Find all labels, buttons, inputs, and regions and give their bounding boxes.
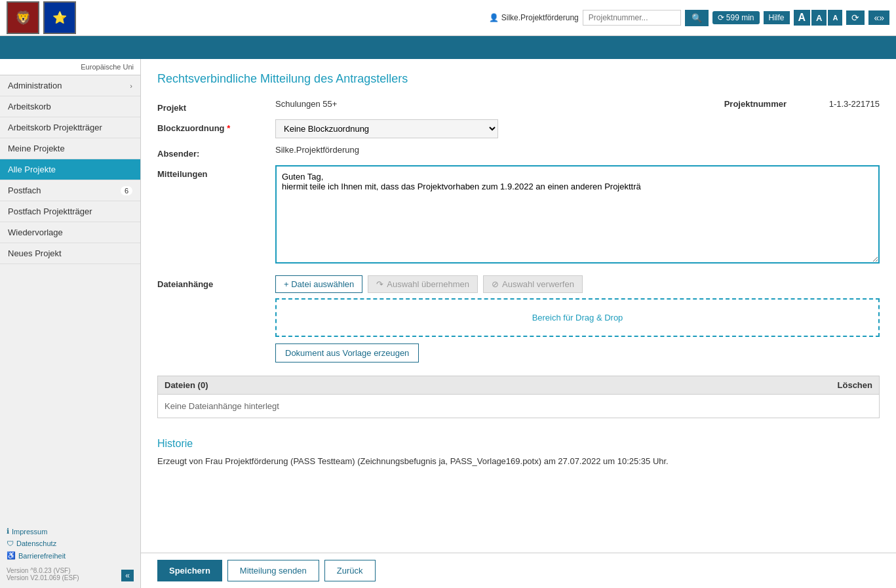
ban-icon: ⊘ [492,279,499,289]
projekt-label: Projekt [157,103,186,113]
version1: Version ^8.0.23 (VSF) [7,567,79,574]
projektnummer-label: Projektnummer [724,99,787,109]
header: 🦁 ⭐ 👤 Silke.Projektförderung 🔍 ⟳ 599 min… [0,0,896,36]
historie-title: Historie [157,438,880,450]
blockzuordnung-label: Blockzuordnung [157,123,225,133]
mitteilung-senden-button[interactable]: Mitteilung senden [227,560,319,581]
mitteilungen-label: Mitteilungen [157,169,208,179]
auswahl-uebernehmen-button[interactable]: ↷ Auswahl übernehmen [368,275,478,293]
files-header: Dateien (0) Löschen [157,376,880,394]
main-layout: Europäische Uni Administration › Arbeits… [0,59,896,588]
sidebar-item-label: Arbeitskorb Projektträger [8,123,102,132]
version2: Version V2.01.069 (ESF) [7,574,79,581]
historie-text: Erzeugt von Frau Projektförderung (PASS … [157,456,880,466]
user-icon: 👤 [489,13,499,22]
sidebar-item-label: Postfach Projektträger [8,206,92,216]
font-medium-button[interactable]: A [811,10,827,26]
chevron-right-icon: › [130,82,132,90]
font-small-button[interactable]: A [828,10,842,26]
sidebar: Europäische Uni Administration › Arbeits… [0,59,141,588]
absender-label: Absender: [157,149,199,159]
auswahl-verwerfen-button[interactable]: ⊘ Auswahl verwerfen [483,275,583,293]
sidebar-item-neues-projekt[interactable]: Neues Projekt [0,243,140,264]
font-size-controls: A A A [794,10,843,26]
shield-icon: 🛡 [7,539,14,547]
projekt-value: Schulungen 55+ [275,99,337,109]
files-body: Keine Dateianhänge hinterlegt [157,394,880,418]
datenschutz-label: Datenschutz [16,539,56,547]
timer-icon: ⟳ [718,13,724,22]
drag-drop-text: Bereich für Drag & Drop [532,313,623,323]
datenschutz-link[interactable]: 🛡 Datenschutz [7,538,134,549]
font-large-button[interactable]: A [794,10,811,26]
sidebar-item-arbeitskorb[interactable]: Arbeitskorb [0,96,140,117]
sidebar-logo: Europäische Uni [0,59,140,75]
version-info: Version ^8.0.23 (VSF) Version V2.01.069 … [7,567,134,581]
speichern-button[interactable]: Speichern [157,560,222,581]
sidebar-logo-text: Europäische Uni [81,63,134,71]
dokument-erzeugen-button[interactable]: Dokument aus Vorlage erzeugen [275,343,419,363]
sidebar-item-label: Wiedervorlage [8,227,63,237]
impressum-link[interactable]: ℹ Impressum [7,525,134,538]
user-info: 👤 Silke.Projektförderung [489,13,579,22]
project-search-input[interactable] [583,10,681,26]
sidebar-item-label: Neues Projekt [8,248,62,258]
blockzuordnung-select[interactable]: Keine Blockzuordnung [275,119,498,138]
sidebar-item-wiedervorlage[interactable]: Wiedervorlage [0,222,140,243]
files-section: Dateien (0) Löschen Keine Dateianhänge h… [157,376,880,418]
help-button[interactable]: Hilfe [764,11,790,24]
files-empty-message: Keine Dateianhänge hinterlegt [165,401,279,411]
reload-button[interactable]: ⟳ [846,10,865,25]
sidebar-item-label: Alle Projekte [8,165,56,174]
sidebar-item-postfach-projekttraeger[interactable]: Postfach Projektträger [0,201,140,222]
timer-badge: ⟳ 599 min [712,11,760,24]
sidebar-item-meine-projekte[interactable]: Meine Projekte [0,138,140,159]
eu-flag-icon: ⭐ [43,1,76,34]
dateianhange-row: Dateianhänge + Datei auswählen ↷ Auswahl… [157,275,880,363]
page-title: Rechtsverbindliche Mitteilung des Antrag… [157,72,880,86]
search-button[interactable]: 🔍 [685,10,709,26]
main-content: Rechtsverbindliche Mitteilung des Antrag… [141,59,896,553]
historie-section: Historie Erzeugt von Frau Projektförderu… [157,438,880,466]
bottom-bar: Speichern Mitteilung senden Zurück [141,553,896,588]
postfach-badge: 6 [121,186,132,195]
sidebar-item-administration[interactable]: Administration › [0,75,140,96]
dateianhange-label: Dateianhänge [157,279,213,289]
navigation-arrows-button[interactable]: «» [868,10,889,25]
blockzuordnung-row: Blockzuordnung * Keine Blockzuordnung [157,119,880,138]
timer-value: 599 min [726,13,754,22]
sidebar-item-label: Arbeitskorb [8,102,51,111]
sidebar-item-label: Administration [8,81,62,90]
sidebar-item-alle-projekte[interactable]: Alle Projekte [0,159,140,180]
projektnummer-value: 1-1.3-221715 [829,99,880,109]
impressum-label: Impressum [12,528,47,536]
info-icon: ℹ [7,527,9,536]
required-indicator: * [227,123,230,133]
datei-waehlen-button[interactable]: + Datei auswählen [275,275,362,293]
absender-row: Absender: Silke.Projektförderung [157,145,880,159]
sidebar-item-postfach[interactable]: Postfach 6 [0,180,140,201]
absender-value: Silke.Projektförderung [275,145,359,155]
username: Silke.Projektförderung [501,13,579,22]
logo-area: 🦁 ⭐ [7,1,76,34]
zuruck-button[interactable]: Zurück [324,560,376,581]
mitteilungen-textarea[interactable] [275,165,880,264]
sidebar-footer: ℹ Impressum 🛡 Datenschutz ♿ Barrierefrei… [0,519,140,588]
file-buttons: + Datei auswählen ↷ Auswahl übernehmen ⊘… [275,275,880,293]
header-controls: 👤 Silke.Projektförderung 🔍 ⟳ 599 min Hil… [489,10,889,26]
projekt-row: Projekt Schulungen 55+ Projektnummer 1-1… [157,99,880,113]
sidebar-item-arbeitskorb-projekttraeger[interactable]: Arbeitskorb Projektträger [0,117,140,138]
loeschen-label: Löschen [838,380,872,390]
sidebar-collapse-button[interactable]: « [121,570,134,581]
barrierefreiheit-label: Barrierefreiheit [18,552,66,560]
mitteilungen-row: Mitteilungen [157,165,880,265]
barrierefreiheit-link[interactable]: ♿ Barrierefreiheit [7,549,134,562]
sidebar-item-label: Meine Projekte [8,144,65,153]
coat-of-arms-icon: 🦁 [7,1,39,34]
accessibility-icon: ♿ [7,551,16,560]
nav-bar [0,36,896,59]
drag-drop-area[interactable]: Bereich für Drag & Drop [275,298,880,337]
files-count: Dateien (0) [165,380,208,390]
arrow-right-icon: ↷ [376,279,383,289]
sidebar-item-label: Postfach [8,186,41,195]
